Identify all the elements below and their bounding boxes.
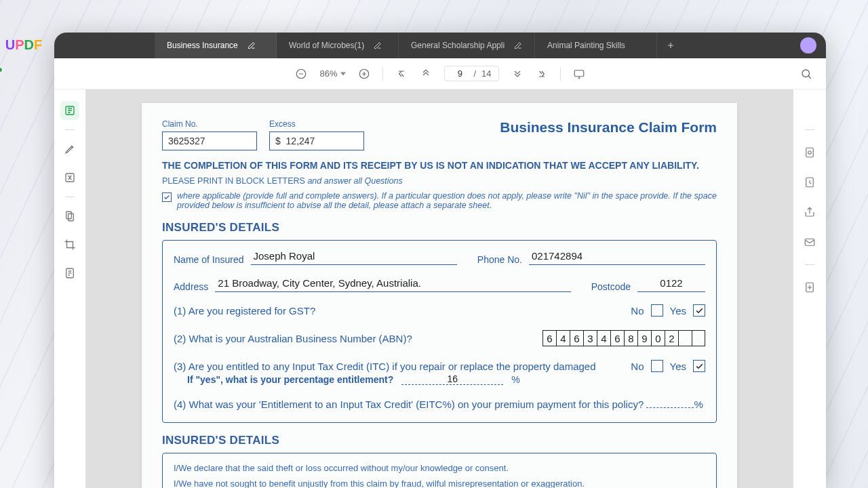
q3-text: (3) Are you entitled to any Input Tax Cr…	[174, 361, 596, 372]
q1-text: (1) Are you registered for GST?	[174, 305, 315, 317]
zoom-out-button[interactable]	[295, 68, 307, 80]
save-icon[interactable]	[802, 145, 817, 160]
svg-rect-9	[806, 148, 814, 157]
top-fields: Claim No. Excess	[162, 119, 364, 150]
right-toolbar	[793, 90, 826, 488]
document-tabs: Business Insurance World of Microbes(1) …	[155, 33, 800, 58]
titlebar: Business Insurance World of Microbes(1) …	[54, 33, 826, 58]
postcode-value[interactable]: 0122	[637, 277, 705, 292]
next-page-button[interactable]	[511, 68, 524, 80]
address-value[interactable]: 21 Broadway, City Center, Sydney, Austri…	[215, 277, 570, 292]
pct-symbol: %	[511, 374, 519, 385]
excess-label: Excess	[269, 119, 364, 129]
svg-point-10	[808, 151, 812, 155]
svg-rect-6	[66, 211, 72, 219]
q4-blank[interactable]	[646, 407, 694, 408]
zoom-value: 86%	[319, 68, 337, 79]
prev-page-button[interactable]	[420, 68, 432, 80]
q1-yes-checkbox[interactable]	[693, 304, 705, 317]
phone-label: Phone No.	[477, 254, 522, 265]
form-icon[interactable]	[60, 264, 79, 283]
page-total: 14	[481, 68, 491, 79]
name-value[interactable]: Joseph Royal	[251, 250, 457, 265]
organize-icon[interactable]	[60, 207, 79, 226]
page-indicator[interactable]: / 14	[444, 66, 498, 81]
abn-cells[interactable]: 6463468902	[542, 330, 705, 346]
page-current-input[interactable]	[452, 68, 468, 79]
phone-value[interactable]: 021742894	[529, 250, 705, 265]
status-dot	[0, 66, 3, 73]
reader-mode-icon[interactable]	[60, 101, 79, 120]
presentation-button[interactable]	[573, 68, 585, 80]
q3-no-checkbox[interactable]	[651, 360, 663, 372]
tab-label: General Scholarship Appli	[411, 41, 505, 50]
q3-sub: If "yes", what is your percentage entitl…	[187, 374, 393, 385]
highlight-icon[interactable]	[60, 140, 79, 159]
form-title: Business Insurance Claim Form	[500, 119, 717, 136]
convert-icon[interactable]	[802, 175, 817, 190]
instructions-text: where applicable (provide full and compl…	[177, 191, 717, 210]
section-insured-details-2: INSURED'S DETAILS	[162, 434, 717, 447]
tab-world-of-microbes[interactable]: World of Microbes(1)	[277, 33, 399, 58]
tab-label: Business Insurance	[167, 41, 238, 50]
zoom-in-button[interactable]	[358, 68, 370, 80]
excess-input[interactable]	[269, 131, 364, 150]
app-window: Business Insurance World of Microbes(1) …	[54, 33, 826, 488]
zoom-dropdown[interactable]: 86%	[319, 68, 346, 79]
declaration-2: I/We have not sought to benefit unjustly…	[174, 479, 705, 488]
page-sep: /	[473, 68, 476, 79]
yes-label: Yes	[670, 361, 686, 372]
postcode-label: Postcode	[591, 281, 631, 292]
svg-rect-12	[805, 239, 814, 246]
mail-icon[interactable]	[802, 235, 817, 249]
tab-label: World of Microbes(1)	[289, 41, 364, 50]
left-toolbar	[54, 90, 85, 488]
address-label: Address	[174, 281, 208, 292]
tab-general-scholarship[interactable]: General Scholarship Appli	[399, 33, 535, 58]
user-avatar[interactable]	[800, 37, 816, 54]
new-tab-button[interactable]	[657, 33, 684, 58]
q3-yes-checkbox[interactable]	[693, 360, 705, 372]
instructions: PLEASE PRINT IN BLOCK LETTERS and answer…	[162, 176, 717, 186]
yes-label: Yes	[670, 305, 686, 317]
tab-business-insurance[interactable]: Business Insurance	[155, 33, 277, 58]
tab-label: Animal Painting Skills	[547, 41, 625, 50]
no-label: No	[631, 361, 644, 372]
print-icon[interactable]	[802, 280, 817, 295]
q4-row: (4) What was your 'Entitlement to an Inp…	[174, 399, 705, 410]
search-icon[interactable]	[800, 68, 812, 80]
edit-icon[interactable]	[374, 41, 382, 49]
q1-no-checkbox[interactable]	[651, 304, 663, 317]
claim-no-label: Claim No.	[162, 119, 257, 129]
declaration-1: I/We declare that the said theft or loss…	[174, 463, 705, 473]
instructions-checkbox[interactable]	[162, 192, 172, 202]
no-label: No	[631, 305, 644, 317]
view-toolbar: 86% / 14	[54, 58, 826, 89]
edit-icon[interactable]	[248, 41, 256, 49]
claim-no-input[interactable]	[162, 131, 257, 150]
insured-details-box: Name of Insured Joseph Royal Phone No. 0…	[162, 240, 717, 423]
declaration-box: I/We declare that the said theft or loss…	[162, 453, 717, 488]
app-logo: UPDF	[0, 37, 49, 53]
section-insured-details: INSURED'S DETAILS	[162, 221, 717, 235]
last-page-button[interactable]	[536, 68, 548, 80]
pdf-page: Claim No. Excess Business Insurance Clai…	[142, 103, 737, 488]
q3-pct-value[interactable]: 16	[401, 373, 503, 385]
q2-text: (2) What is your Australian Business Num…	[174, 333, 412, 344]
svg-rect-7	[68, 214, 74, 221]
share-icon[interactable]	[802, 205, 817, 220]
liability-notice: THE COMPLETION OF THIS FORM AND ITS RECE…	[162, 160, 717, 171]
edit-icon[interactable]	[514, 41, 522, 49]
edit-text-icon[interactable]	[60, 168, 79, 187]
tab-animal-painting[interactable]: Animal Painting Skills	[535, 33, 657, 58]
first-page-button[interactable]	[395, 68, 408, 80]
svg-rect-2	[574, 70, 584, 76]
document-canvas[interactable]: Claim No. Excess Business Insurance Clai…	[85, 89, 793, 488]
svg-point-3	[802, 70, 810, 77]
crop-icon[interactable]	[60, 235, 79, 254]
name-label: Name of Insured	[174, 254, 244, 265]
